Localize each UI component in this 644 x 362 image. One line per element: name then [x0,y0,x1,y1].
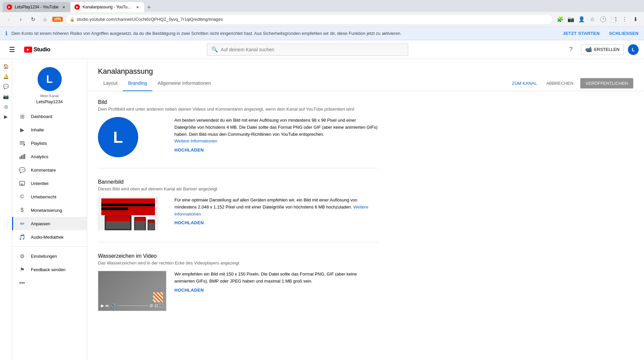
wasserzeichen-row: ▶ ⏭ 🔊 ⚙ ⊡ ⛶ [98,271,378,311]
bild-preview: L [98,117,158,157]
profile-avatar-preview: L [98,117,138,157]
more-icon: ••• [19,280,25,286]
browser-tab-1[interactable]: ▶ LetsPlay1234 - YouTube ✕ [3,2,70,12]
svg-rect-5 [21,156,22,159]
sidebar-item-untertitel[interactable]: Untertitel [12,177,87,190]
svg-rect-6 [23,155,24,159]
sidebar-item-monetarisierung[interactable]: $ Monetarisierung [12,203,87,217]
help-icon[interactable]: ? [565,44,577,56]
bannerbild-upload-button[interactable]: HOCHLADEN [174,220,204,225]
svg-rect-23 [135,218,145,221]
einstellungen-icon: ⚙ [19,253,25,259]
kommentare-icon: 💬 [19,167,25,173]
security-start-button[interactable]: JETZT STARTEN [563,31,600,36]
browser-tab-2[interactable]: ▶ Kanalanpassung - YouTub... ✕ [70,2,144,12]
wasserzeichen-section: Wasserzeichen im Video Das Wasserzeichen… [98,253,378,322]
tab1-close[interactable]: ✕ [61,4,66,10]
bild-upload-button[interactable]: HOCHLADEN [174,147,204,153]
sidebar-item-more[interactable]: ••• [12,276,87,290]
yt-logo[interactable]: Studio [24,46,50,53]
extensions-icon[interactable]: 🧩 [555,15,565,24]
app-icon-target[interactable]: ◎ [1,102,11,111]
settings-icon[interactable]: ⋮ [620,15,629,24]
search-input[interactable] [221,47,404,52]
download-icon[interactable]: ⬇ [631,15,640,24]
tabs-right: ZUM KANAL ABBRECHEN VERÖFFENTLICHEN [509,78,633,88]
sidebar-item-einstellungen[interactable]: ⚙ Einstellungen [12,249,87,263]
dashboard-icon: ⊞ [19,113,25,120]
new-tab-button[interactable]: + [144,3,154,12]
sidebar-item-dashboard[interactable]: ⊞ Dashboard [12,110,87,123]
tab-layout[interactable]: Layout [98,76,123,91]
sidebar-label-monetarisierung: Monetarisierung [31,208,62,213]
fullscreen-icon[interactable]: ⛶ [159,303,163,308]
sidebar-label-analytics: Analytics [31,154,48,159]
history-icon[interactable]: 🕐 [598,15,608,24]
create-label: ERSTELLEN [594,47,620,52]
miniplayer-icon[interactable]: ⊡ [155,303,158,308]
sidebar-label-anpassen: Anpassen [31,221,50,226]
sidebar-item-anpassen[interactable]: ✏ Anpassen [12,217,87,230]
yt-body: 🏠 🔔 💬 📷 ◎ ▶ L Mein Kanal LetsPlay1234 ⊞ … [0,59,644,361]
tab-allgemeine[interactable]: Allgemeine Informationen [152,76,216,91]
video-camera-icon: 📹 [585,46,592,53]
sidebar-label-untertitel: Untertitel [31,181,48,186]
sidebar-item-feedback[interactable]: ⚑ Feedback senden [12,263,87,276]
sidebar-item-audio-mediathek[interactable]: 🎵 Audio-Mediathek [12,230,87,244]
bannerbild-title: Bannerbild [98,179,378,185]
create-button[interactable]: 📹 ERSTELLEN [581,44,624,55]
abbrechen-button[interactable]: ABBRECHEN [544,79,576,88]
app-icon-chat[interactable]: 💬 [1,82,11,91]
address-bar[interactable]: 🔒 studio.youtube.com/channel/UCocN6zQPHQ… [65,14,553,25]
sidebar-label-einstellungen: Einstellungen [31,254,57,259]
playlists-icon [19,140,25,146]
star-icon[interactable]: ☆ [588,15,597,24]
watermark-badge [153,292,163,303]
tab-branding[interactable]: Branding [123,76,152,91]
back-button[interactable]: ‹ [4,15,13,24]
info-icon: ℹ [5,30,7,37]
sidebar-item-analytics[interactable]: Analytics [12,150,87,163]
profile-icon[interactable]: 👤 [577,15,586,24]
bookmark-icon[interactable]: 📑 [609,15,619,24]
content-area: Kanalanpassung Layout Branding Allgemein… [87,59,644,361]
sidebar-item-inhalte[interactable]: ▶ Inhalte [12,123,87,136]
home-button[interactable]: ⌂ [40,15,50,24]
hamburger-menu[interactable]: ☰ [5,43,19,56]
app-icon-camera[interactable]: 📷 [1,92,11,101]
user-avatar[interactable]: L [628,44,639,55]
zum-kanal-button[interactable]: ZUM KANAL [509,79,539,88]
screenshot-icon[interactable]: 📷 [566,15,576,24]
wasserzeichen-title: Wasserzeichen im Video [98,253,378,259]
forward-button[interactable]: › [16,15,25,24]
sidebar-item-playlists[interactable]: Playlists [12,136,87,150]
app-icon-home[interactable]: 🏠 [1,62,11,71]
sidebar-item-urheberrecht[interactable]: © Urheberrecht [12,190,87,203]
progress-bar[interactable] [117,305,148,306]
volume-icon[interactable]: 🔊 [111,303,116,308]
vpn-badge: VPN [52,17,63,22]
reload-button[interactable]: ↻ [28,15,38,24]
audio-mediathek-icon: 🎵 [19,234,25,240]
skip-icon[interactable]: ⏭ [105,303,109,308]
security-close-button[interactable]: SCHLIESSEN [609,31,639,36]
play-icon[interactable]: ▶ [101,303,104,308]
app-icon-bell[interactable]: 🔔 [1,72,11,81]
svg-rect-14 [101,207,128,210]
veroeffentlichen-button[interactable]: VERÖFFENTLICHEN [580,78,633,88]
bild-row: L Am besten verwendest du ein Bild mit e… [98,117,378,157]
tab2-close[interactable]: ✕ [135,4,140,10]
svg-rect-7 [24,154,25,159]
inhalte-icon: ▶ [19,126,25,133]
sidebar-item-kommentare[interactable]: 💬 Kommentare [12,163,87,177]
wasserzeichen-upload-button[interactable]: HOCHLADEN [174,288,204,293]
page-header: Kanalanpassung [87,59,644,76]
sidebar-channel-name: LetsPlay1234 [36,99,63,104]
bild-more-info-link[interactable]: Weitere Informationen [174,138,217,143]
wasserzeichen-preview-container: ▶ ⏭ 🔊 ⚙ ⊡ ⛶ [98,271,158,311]
app-icon-play[interactable]: ▶ [1,112,11,121]
app-left-sidebar: 🏠 🔔 💬 📷 ◎ ▶ [0,59,12,361]
sidebar: L Mein Kanal LetsPlay1234 ⊞ Dashboard ▶ … [12,59,87,361]
yt-studio: ☰ Studio 🔍 ? 📹 ERSTELLEN L 🏠 🔔 💬 � [0,40,644,361]
settings-player-icon[interactable]: ⚙ [150,303,153,308]
